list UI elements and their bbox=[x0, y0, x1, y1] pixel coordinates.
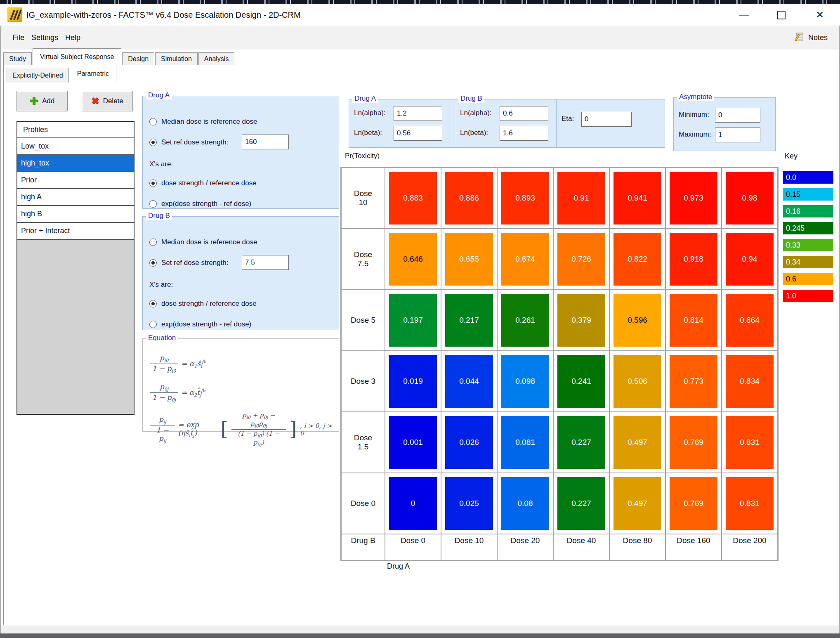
heatmap-column-header: Dose 40 bbox=[553, 534, 609, 560]
heatmap-cell-value: 0.646 bbox=[389, 233, 437, 286]
heatmap-cell: 0.886 bbox=[441, 168, 497, 229]
asymptote-params-groupbox: Asymptote Minimum:0Maximum:1 bbox=[673, 97, 776, 151]
drug-b-option-exp-dose-strength-ref-dose[interactable]: exp(dose strength - ref dose) bbox=[149, 319, 251, 329]
heatmap-cell-value: 0.08 bbox=[501, 477, 549, 530]
drug-b-option-dose-strength-reference-dose[interactable]: dose strength / reference dose bbox=[149, 299, 257, 309]
drug-a-option-dose-strength-reference-dose[interactable]: dose strength / reference dose bbox=[149, 178, 257, 188]
add-plus-icon: ✚ bbox=[30, 95, 38, 107]
delete-x-icon: ✖ bbox=[91, 96, 99, 106]
profile-item-prior-interact[interactable]: Prior + Interact bbox=[17, 223, 134, 240]
heatmap-cell-value: 0.834 bbox=[726, 355, 774, 408]
option-label: Set ref dose strength: bbox=[161, 138, 229, 147]
heatmap-cell-value: 0.098 bbox=[501, 355, 549, 408]
drug-a-option-set-ref-dose-strength[interactable]: Set ref dose strength: bbox=[149, 137, 229, 147]
key-swatch-0.6: 0.6 bbox=[783, 273, 833, 285]
minimize-button[interactable]: — bbox=[729, 4, 758, 26]
radio-unselected[interactable] bbox=[149, 118, 157, 125]
heatmap-cell: 0.941 bbox=[609, 168, 665, 229]
heatmap-cell: 0.831 bbox=[722, 412, 778, 473]
drug-b-ref-dose-input[interactable]: 7.5 bbox=[242, 255, 289, 270]
radio-selected[interactable] bbox=[149, 259, 157, 267]
drug-a-params-label: Drug A bbox=[352, 95, 378, 103]
ln-betainput[interactable]: 0.56 bbox=[394, 126, 442, 141]
radio-unselected[interactable] bbox=[149, 321, 157, 328]
heatmap-cell: 0.864 bbox=[722, 290, 778, 351]
drug-a-ref-dose-input[interactable]: 160 bbox=[242, 135, 289, 149]
application-window: IG_example-with-zeros - FACTS™ v6.4 Dose… bbox=[0, 0, 840, 638]
title-bar: IG_example-with-zeros - FACTS™ v6.4 Dose… bbox=[0, 4, 840, 26]
tab-design[interactable]: Design bbox=[122, 52, 154, 65]
tab-simulation[interactable]: Simulation bbox=[155, 52, 198, 65]
heatmap-cell-value: 0.769 bbox=[670, 416, 717, 469]
heatmap-cell: 0.497 bbox=[609, 412, 665, 473]
key-swatch-0.33: 0.33 bbox=[783, 239, 833, 251]
profile-item-high-tox[interactable]: high_tox bbox=[17, 155, 134, 172]
drug-b-option-median-dose-is-reference-dose[interactable]: Median dose is reference dose bbox=[149, 237, 257, 247]
heatmap-cell: 0.197 bbox=[385, 290, 441, 351]
drug-a-groupbox: Drug A Median dose is reference doseSet … bbox=[142, 96, 339, 209]
heatmap-y-axis-label: Drug B bbox=[341, 534, 385, 560]
heatmap-cell: 0.831 bbox=[722, 473, 778, 534]
tab-virtual-subject-response[interactable]: Virtual Subject Response bbox=[33, 48, 121, 65]
ln-betainput[interactable]: 1.6 bbox=[500, 126, 548, 141]
option-label: exp(dose strength - ref dose) bbox=[161, 320, 251, 328]
heatmap-cell: 0.973 bbox=[665, 168, 722, 229]
heatmap-cell-value: 0.217 bbox=[445, 294, 493, 347]
menu-help[interactable]: Help bbox=[63, 26, 83, 50]
heatmap-cell: 0.596 bbox=[609, 290, 665, 351]
heatmap-cell-value: 0.497 bbox=[613, 416, 661, 469]
radio-unselected[interactable] bbox=[149, 200, 157, 208]
radio-selected[interactable] bbox=[149, 300, 157, 307]
heatmap-cell: 0.506 bbox=[609, 351, 665, 412]
subtab-explicitly-defined[interactable]: Explicitly-Defined bbox=[7, 68, 69, 83]
profile-item-high-a[interactable]: high A bbox=[17, 189, 134, 206]
radio-selected[interactable] bbox=[149, 180, 157, 187]
heatmap-cell-value: 0.025 bbox=[445, 477, 493, 530]
tab-analysis[interactable]: Analysis bbox=[198, 52, 235, 65]
heatmap-cell-value: 0.893 bbox=[501, 172, 549, 224]
close-button[interactable]: ✕ bbox=[805, 4, 834, 26]
subtab-parametric[interactable]: Parametric bbox=[70, 65, 116, 83]
profile-item-prior[interactable]: Prior bbox=[17, 172, 134, 189]
heatmap-cell-value: 0.91 bbox=[557, 172, 605, 224]
menu-settings[interactable]: Settings bbox=[29, 26, 61, 50]
minimuminput[interactable]: 0 bbox=[715, 108, 760, 123]
ln-alphainput[interactable]: 0.6 bbox=[500, 106, 548, 121]
option-label: exp(dose strength - ref dose) bbox=[161, 200, 251, 208]
drug-a-option-median-dose-is-reference-dose[interactable]: Median dose is reference dose bbox=[149, 117, 257, 127]
option-label: X's are: bbox=[149, 160, 173, 168]
drug-a-option-exp-dose-strength-ref-dose[interactable]: exp(dose strength - ref dose) bbox=[149, 199, 251, 209]
profile-item-low-tox[interactable]: Low_tox bbox=[17, 138, 134, 155]
maximuminput[interactable]: 1 bbox=[715, 128, 760, 142]
heatmap-cell: 0.026 bbox=[441, 412, 497, 473]
heatmap-cell: 0.019 bbox=[385, 351, 441, 412]
heatmap-column-header: Dose 20 bbox=[497, 534, 553, 560]
profile-item-high-b[interactable]: high B bbox=[17, 206, 134, 223]
menu-file[interactable]: File bbox=[10, 26, 27, 50]
delete-button[interactable]: ✖ Delete bbox=[82, 91, 133, 111]
main-tab-strip: StudyVirtual Subject ResponseDesignSimul… bbox=[3, 48, 235, 65]
tab-study[interactable]: Study bbox=[3, 52, 32, 65]
heatmap-cell-value: 0.941 bbox=[613, 172, 661, 224]
notes-button[interactable]: Notes bbox=[793, 26, 828, 50]
radio-unselected[interactable] bbox=[149, 239, 157, 246]
heatmap-cell-value: 0.864 bbox=[726, 294, 774, 347]
window-border-left bbox=[0, 4, 1, 638]
heatmap-cell: 0.379 bbox=[553, 290, 609, 351]
heatmap-column-header: Dose 200 bbox=[722, 534, 778, 560]
notes-icon bbox=[793, 31, 805, 45]
drug-b-option-set-ref-dose-strength[interactable]: Set ref dose strength: bbox=[149, 258, 229, 268]
option-label: Median dose is reference dose bbox=[161, 118, 257, 126]
equation-line-2: p0j1 − p0j= α2t̂jβ₂ bbox=[150, 383, 205, 403]
profiles-header: Profiles bbox=[17, 122, 134, 138]
heatmap-cell: 0.655 bbox=[441, 229, 497, 290]
add-button[interactable]: ✚ Add bbox=[17, 91, 68, 111]
heatmap-cell-value: 0.241 bbox=[557, 355, 605, 408]
heatmap-cell-value: 0.227 bbox=[557, 477, 605, 530]
heatmap-cell-value: 0 bbox=[389, 477, 437, 530]
radio-selected[interactable] bbox=[149, 139, 157, 146]
maximize-button[interactable] bbox=[767, 4, 795, 26]
ln-alphainput[interactable]: 1.2 bbox=[394, 106, 442, 121]
drug-a-groupbox-label: Drug A bbox=[146, 91, 172, 99]
etainput[interactable]: 0 bbox=[581, 112, 632, 127]
